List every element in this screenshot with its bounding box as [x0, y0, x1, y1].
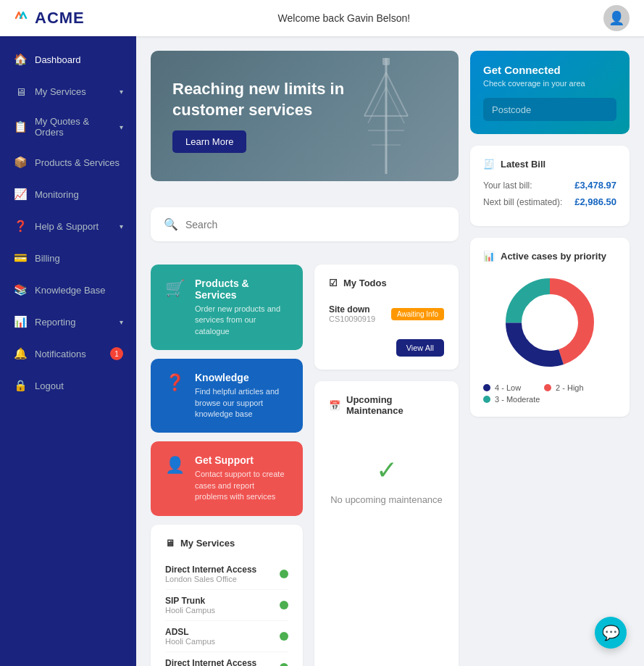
- hero-banner: Reaching new limits in customer services…: [151, 51, 459, 181]
- latest-bill-card: 🧾 Latest Bill Your last bill: £3,478.97 …: [470, 146, 630, 226]
- products-card-desc: Order new products and services from our…: [195, 304, 288, 337]
- legend-label-low: 4 - Low: [495, 383, 521, 392]
- service-location: London Sales Office: [165, 575, 256, 583]
- legend-item-low: 4 - Low 2 - High: [483, 383, 616, 392]
- monitoring-icon: 📈: [13, 187, 28, 201]
- support-card-icon: 👤: [165, 456, 185, 475]
- help-icon: ❓: [13, 219, 28, 233]
- avatar[interactable]: 👤: [603, 5, 630, 31]
- support-card[interactable]: 👤 Get Support Contact support to create …: [151, 441, 303, 515]
- status-dot: [280, 632, 288, 641]
- billing-icon: 💳: [13, 251, 28, 265]
- legend-dot-low: [483, 384, 490, 391]
- todo-badge: Awaiting Info: [391, 308, 444, 320]
- learn-more-button[interactable]: Learn More: [172, 130, 246, 153]
- my-services-title: 🖥 My Services: [165, 538, 288, 549]
- last-bill-row: Your last bill: £3,478.97: [483, 180, 616, 191]
- sidebar-item-notifications[interactable]: 🔔 Notifications 1: [0, 338, 136, 370]
- last-bill-amount: £3,478.97: [574, 180, 616, 191]
- sidebar-item-reporting[interactable]: 📊 Reporting ▾: [0, 306, 136, 338]
- support-card-desc: Contact support to create cases and repo…: [195, 469, 288, 502]
- products-card-title: Products & Services: [195, 278, 288, 301]
- legend-label-moderate: 3 - Moderate: [495, 395, 540, 404]
- todo-view-all: View All: [329, 339, 444, 357]
- active-cases-card: 📊 Active cases by priority: [470, 238, 630, 417]
- knowledge-icon: 📚: [13, 283, 28, 297]
- chevron-down-icon: ▾: [120, 123, 123, 131]
- check-icon: ✓: [376, 455, 398, 486]
- main-content: Reaching new limits in customer services…: [136, 36, 644, 666]
- service-row: ADSL Hooli Campus: [165, 621, 288, 652]
- sidebar-item-help[interactable]: ❓ Help & Support ▾: [0, 210, 136, 242]
- sidebar-item-products[interactable]: 📦 Products & Services: [0, 146, 136, 178]
- products-icon: 📦: [13, 155, 28, 170]
- service-name: SIP Trunk: [165, 596, 215, 606]
- my-services-card: 🖥 My Services Direct Internet Access Lon…: [151, 525, 303, 666]
- service-row: Direct Internet Access Hooli Campus: [165, 652, 288, 666]
- knowledge-card[interactable]: ❓ Knowledge Find helpful articles and br…: [151, 359, 303, 433]
- products-card-icon: 🛒: [165, 279, 185, 298]
- chevron-down-icon: ▾: [120, 318, 123, 326]
- home-icon: 🏠: [13, 52, 28, 67]
- sidebar-item-monitoring[interactable]: 📈 Monitoring: [0, 178, 136, 210]
- legend-label-high: 2 - High: [556, 383, 584, 392]
- search-bar: 🔍: [151, 207, 459, 241]
- chat-icon: 💬: [602, 624, 620, 641]
- maintenance-title: 📅 Upcoming Maintenance: [329, 394, 444, 416]
- chart-legend: 4 - Low 2 - High 3 - Moderate: [483, 383, 616, 404]
- todos-card: ☑ My Todos Site down CS10090919 Awaiting…: [314, 265, 459, 370]
- last-bill-label: Your last bill:: [483, 180, 532, 191]
- svg-line-3: [368, 87, 386, 123]
- legend-dot-moderate: [483, 396, 490, 403]
- service-location: Hooli Campus: [165, 637, 215, 646]
- chart-bar-icon: 📊: [483, 251, 495, 262]
- sidebar-item-quotes[interactable]: 📋 My Quotes & Orders ▾: [0, 107, 136, 146]
- logo-icon: [14, 9, 32, 27]
- sidebar: 🏠 Dashboard 🖥 My Services ▾ 📋 My Quotes …: [0, 36, 136, 666]
- status-dot: [280, 570, 288, 578]
- products-services-card[interactable]: 🛒 Products & Services Order new products…: [151, 265, 303, 350]
- next-bill-row: Next bill (estimated): £2,986.50: [483, 196, 616, 207]
- next-bill-label: Next bill (estimated):: [483, 197, 562, 207]
- sidebar-item-logout[interactable]: 🔒 Logout: [0, 370, 136, 401]
- knowledge-card-icon: ❓: [165, 373, 185, 392]
- notification-badge: 1: [110, 347, 123, 360]
- chat-fab[interactable]: 💬: [595, 617, 627, 649]
- service-row: SIP Trunk Hooli Campus: [165, 590, 288, 621]
- search-icon: 🔍: [164, 217, 178, 231]
- legend-item-moderate: 3 - Moderate: [483, 395, 616, 404]
- todo-row: Site down CS10090919 Awaiting Info: [329, 299, 444, 329]
- reporting-icon: 📊: [13, 315, 28, 329]
- knowledge-card-desc: Find helpful articles and browse our sup…: [195, 386, 288, 420]
- latest-bill-title: 🧾 Latest Bill: [483, 159, 616, 170]
- svg-point-12: [528, 301, 572, 344]
- service-name: Direct Internet Access: [165, 658, 256, 666]
- header: ACME Welcome back Gavin Belson! 👤: [0, 0, 644, 36]
- status-dot: [280, 663, 288, 666]
- no-maintenance: ✓ No upcoming maintenance: [329, 426, 444, 534]
- chevron-down-icon: ▾: [120, 222, 123, 230]
- quotes-icon: 📋: [13, 120, 28, 134]
- search-input[interactable]: [185, 219, 446, 230]
- support-card-title: Get Support: [195, 454, 288, 466]
- maintenance-icon: 📅: [329, 400, 340, 411]
- bill-icon: 🧾: [483, 159, 495, 170]
- sidebar-item-knowledge[interactable]: 📚 Knowledge Base: [0, 274, 136, 306]
- knowledge-card-title: Knowledge: [195, 372, 288, 383]
- right-panel: Get Connected Check coverage in your are…: [470, 51, 630, 666]
- sidebar-item-billing[interactable]: 💳 Billing: [0, 242, 136, 274]
- svg-line-4: [386, 87, 404, 123]
- svg-rect-8: [382, 58, 390, 65]
- notifications-icon: 🔔: [13, 346, 28, 361]
- postcode-input[interactable]: [483, 99, 616, 121]
- sidebar-item-my-services[interactable]: 🖥 My Services ▾: [0, 75, 136, 107]
- todo-id: CS10090919: [329, 315, 375, 323]
- todo-name: Site down: [329, 304, 375, 315]
- hero-title: Reaching new limits in customer services: [172, 79, 361, 120]
- logout-icon: 🔒: [13, 378, 28, 393]
- services-icon: 🖥: [13, 84, 28, 99]
- sidebar-item-dashboard[interactable]: 🏠 Dashboard: [0, 43, 136, 75]
- todos-view-all-button[interactable]: View All: [396, 339, 444, 357]
- service-name: Direct Internet Access: [165, 565, 256, 575]
- donut-chart: [483, 272, 616, 373]
